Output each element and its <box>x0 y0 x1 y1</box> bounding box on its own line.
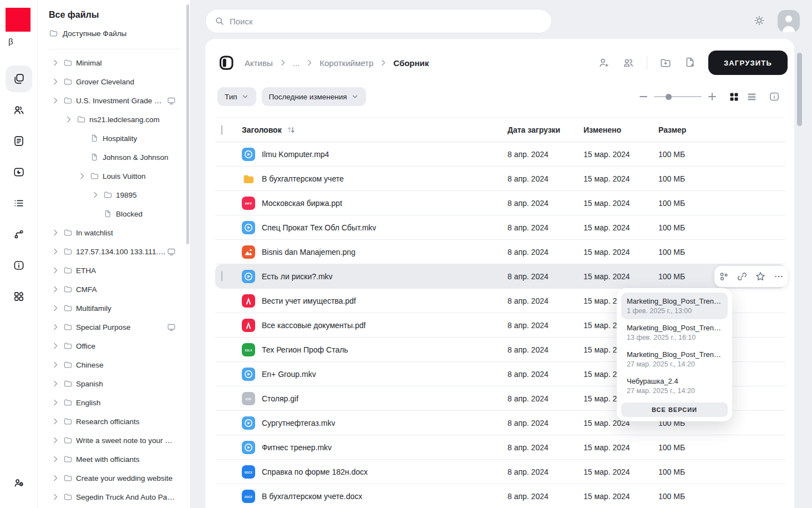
chevron-right-icon[interactable] <box>51 247 60 256</box>
sidebar-tree-item[interactable]: CMFA <box>38 280 190 299</box>
zoom-slider-thumb[interactable] <box>666 94 672 100</box>
sort-icon[interactable] <box>286 126 295 134</box>
chevron-right-icon[interactable] <box>51 228 60 237</box>
sidebar-tree-item[interactable]: Louis Vuitton <box>38 167 190 185</box>
sidebar-tree-item[interactable]: Chinese <box>38 355 190 374</box>
chevron-right-icon[interactable] <box>51 77 60 86</box>
sidebar-tree-item[interactable]: Multifamily <box>38 299 190 318</box>
sidebar-tree-item[interactable]: Hospitality <box>38 129 190 148</box>
sidebar-tree-item[interactable]: Grover Cleveland <box>38 72 190 91</box>
chevron-right-icon[interactable] <box>51 360 60 369</box>
column-size: Размер <box>645 125 785 134</box>
chevron-right-icon[interactable] <box>51 266 60 275</box>
chevron-right-icon[interactable] <box>51 417 60 426</box>
sidebar-tree-item[interactable]: Office <box>38 336 190 355</box>
chevron-right-icon[interactable] <box>51 304 60 313</box>
sidebar-tree-item[interactable]: U.S. Investment Grade Cr... <box>38 91 190 110</box>
rail-item-info[interactable] <box>6 252 32 279</box>
breadcrumb-link[interactable]: Активы <box>245 58 273 68</box>
version-item[interactable]: Чебурашка_2.427 мар. 2025 г., 14:20 <box>621 373 728 399</box>
sort-dropdown[interactable]: Последние изменения <box>262 87 366 106</box>
table-row[interactable]: Есть ли риски?.mkv8 апр. 202415 мар. 202… <box>215 264 785 289</box>
sidebar-tree-item[interactable]: Special Purpose <box>38 318 190 336</box>
version-item[interactable]: Marketing_Blog_Post_Trend...13 фев. 2025… <box>621 319 728 346</box>
chevron-right-icon[interactable] <box>51 58 60 67</box>
table-row[interactable]: Bisnis dan Manajemen.png8 апр. 202415 ма… <box>215 240 785 264</box>
rail-item-recent[interactable] <box>6 159 32 185</box>
sidebar-tree-item[interactable]: Research officiants <box>38 412 190 431</box>
chevron-right-icon[interactable] <box>51 323 60 331</box>
table-row[interactable]: Спец Прокат Тех Обл Сбыт.mkv8 апр. 20241… <box>215 215 785 240</box>
list-view-icon[interactable] <box>747 92 757 102</box>
table-row[interactable]: В бухгалтерском учете8 апр. 202415 мар. … <box>215 167 785 191</box>
theme-icon[interactable] <box>753 14 765 27</box>
folder-icon <box>49 29 58 38</box>
chevron-right-icon[interactable] <box>51 285 60 294</box>
sidebar-tree-item[interactable]: Spanish <box>38 374 190 393</box>
sidebar-tree-item[interactable]: Johnson & Johnson <box>38 148 190 167</box>
chevron-right-icon[interactable] <box>91 190 100 199</box>
star-icon[interactable] <box>755 271 766 282</box>
main-scrollbar[interactable] <box>797 53 802 126</box>
rail-item-files[interactable] <box>6 66 32 92</box>
sidebar-tree-item[interactable]: ETHA <box>38 261 190 280</box>
grid-view-icon[interactable] <box>729 92 739 102</box>
sidebar-tree-item[interactable]: Segedin Truck And Auto Part... <box>38 487 190 506</box>
rail-item-notes[interactable] <box>6 128 32 154</box>
sidebar-tree-item[interactable]: Write a sweet note to your pa... <box>38 431 190 450</box>
add-user-icon[interactable] <box>598 57 610 69</box>
table-row[interactable]: DOCXВ бухгалтерском учете.docx8 апр. 202… <box>215 484 785 508</box>
upload-button[interactable]: ЗАГРУЗИТЬ <box>708 51 788 75</box>
add-file-icon[interactable] <box>684 57 696 69</box>
sidebar-scrollbar[interactable] <box>186 4 189 244</box>
sidebar-tree-item[interactable]: Minimal <box>38 53 190 72</box>
sidebar-tree-item[interactable]: 19895 <box>38 185 190 204</box>
avatar[interactable] <box>778 10 800 32</box>
rail-item-apps[interactable] <box>6 283 32 310</box>
sidebar-tree-item[interactable]: Blocked <box>38 204 190 223</box>
zoom-slider[interactable] <box>654 96 702 97</box>
all-versions-button[interactable]: ВСЕ ВЕРСИИ <box>621 403 728 417</box>
chevron-right-icon[interactable] <box>51 398 60 407</box>
sidebar-tree-item[interactable]: Meet with officiants <box>38 450 190 469</box>
chevron-right-icon[interactable] <box>51 455 60 464</box>
link-icon[interactable] <box>737 271 748 282</box>
type-filter-dropdown[interactable]: Тип <box>217 87 256 106</box>
chevron-right-icon[interactable] <box>78 172 87 180</box>
breadcrumb-link[interactable]: ... <box>293 58 300 68</box>
sidebar-tree-item[interactable]: In watchlist <box>38 223 190 242</box>
table-row[interactable]: DOCXСправка по форме 182н.docx8 апр. 202… <box>215 460 785 484</box>
sidebar-tree-item[interactable]: Create your wedding website <box>38 469 190 487</box>
zoom-in-icon[interactable] <box>707 92 717 102</box>
rail-item-tasks[interactable] <box>6 190 32 217</box>
zoom-out-icon[interactable] <box>638 92 648 102</box>
chevron-right-icon[interactable] <box>51 341 60 350</box>
breadcrumb-link[interactable]: Короткийметр <box>319 58 373 68</box>
chevron-right-icon[interactable] <box>51 436 60 445</box>
members-icon[interactable] <box>622 57 635 69</box>
chevron-right-icon[interactable] <box>51 492 60 501</box>
rail-item-members[interactable] <box>6 97 32 123</box>
row-checkbox[interactable] <box>221 271 222 281</box>
chevron-right-icon[interactable] <box>51 379 60 388</box>
select-all-checkbox[interactable] <box>221 125 222 135</box>
sidebar-tree-item[interactable]: ns21.ledclesang.com <box>38 110 190 129</box>
search-input[interactable] <box>230 17 542 26</box>
chevron-right-icon[interactable] <box>51 474 60 482</box>
chevron-right-icon[interactable] <box>64 115 73 124</box>
rail-item-user-settings[interactable] <box>6 469 32 496</box>
chevron-right-icon[interactable] <box>51 96 60 105</box>
sidebar-tree-item[interactable]: 127.57.134.100 133.111.211.1... <box>38 242 190 261</box>
sidebar-item-available-files[interactable]: Доступные Файлы <box>49 29 126 38</box>
sidebar-tree-item[interactable]: English <box>38 393 190 412</box>
version-item[interactable]: Marketing_Blog_Post_Trend...1 фев. 2025 … <box>621 293 728 319</box>
more-icon[interactable] <box>773 271 784 282</box>
table-row[interactable]: Фитнес тренер.mkv8 апр. 202415 мар. 2024… <box>215 435 785 460</box>
table-row[interactable]: PPTМосковская биржа.ppt8 апр. 202415 мар… <box>215 191 785 215</box>
versions-icon[interactable] <box>718 271 729 282</box>
info-panel-icon[interactable] <box>769 91 780 102</box>
add-folder-icon[interactable] <box>659 57 672 69</box>
version-item[interactable]: Marketing_Blog_Post_Trend...27 мар. 2025… <box>621 346 728 373</box>
rail-item-flows[interactable] <box>6 221 32 248</box>
table-row[interactable]: Ilmu Komputer.mp48 апр. 202415 мар. 2024… <box>215 142 785 167</box>
